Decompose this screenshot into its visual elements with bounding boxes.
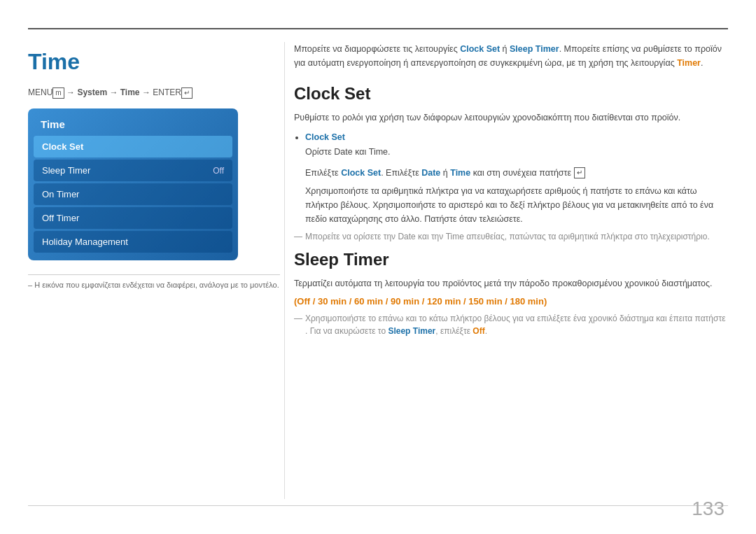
enter-icon: ↵	[181, 87, 192, 99]
sidebar-title: Time	[34, 114, 232, 136]
page-title: Time	[28, 49, 280, 75]
left-panel: Time MENUm → System → Time → ENTER↵ Time…	[28, 42, 280, 289]
clock-set-desc: Ρυθμίστε το ρολόι για χρήση των διάφορων…	[294, 111, 728, 125]
menu-path: MENUm → System → Time → ENTER↵	[28, 87, 280, 99]
sidebar-item-holiday-management[interactable]: Holiday Management	[34, 231, 232, 253]
clock-set-step1: Επιλέξτε Clock Set. Επιλέξτε Date ή Time…	[305, 166, 728, 180]
vertical-divider	[284, 42, 285, 499]
sidebar-item-on-timer[interactable]: On Timer	[34, 183, 232, 205]
sleep-timer-note: Χρησιμοποιήστε το επάνω και το κάτω πλήκ…	[294, 312, 728, 337]
sidebar-item-off-timer[interactable]: Off Timer	[34, 207, 232, 229]
right-panel: Μπορείτε να διαμορφώσετε τις λειτουργίες…	[294, 42, 728, 337]
clock-set-bullets: Clock Set Ορίστε Date και Time.	[305, 130, 728, 160]
footnote-text: – Η εικόνα που εμφανίζεται ενδέχεται να …	[28, 281, 280, 289]
sleep-timer-options: (Off / 30 min / 60 min / 90 min / 120 mi…	[294, 296, 728, 307]
clock-set-title: Clock Set	[294, 84, 728, 104]
clock-set-note: Μπορείτε να ορίσετε την Date και την Tim…	[294, 230, 728, 243]
intro-text: Μπορείτε να διαμορφώσετε τις λειτουργίες…	[294, 42, 728, 70]
sidebar-item-clock-set[interactable]: Clock Set	[34, 136, 232, 157]
enter-icon-step1: ↵	[574, 167, 585, 178]
menu-icon: m	[52, 87, 64, 99]
footnote-box: – Η εικόνα που εμφανίζεται ενδέχεται να …	[28, 274, 280, 289]
bullet-clock-set: Clock Set Ορίστε Date και Time.	[305, 130, 728, 160]
sleep-timer-desc: Τερματίζει αυτόματα τη λειτουργία του πρ…	[294, 276, 728, 290]
top-border	[28, 28, 728, 29]
sleep-timer-title: Sleep Timer	[294, 250, 728, 269]
clock-set-step2: Χρησιμοποιήστε τα αριθμητικά πλήκτρα για…	[305, 184, 728, 226]
sidebar-item-sleep-timer[interactable]: Sleep Timer Off	[34, 160, 232, 181]
bottom-border	[28, 505, 728, 506]
page-number: 133	[692, 498, 724, 520]
sidebar-box: Time Clock Set Sleep Timer Off On Timer …	[28, 108, 238, 260]
